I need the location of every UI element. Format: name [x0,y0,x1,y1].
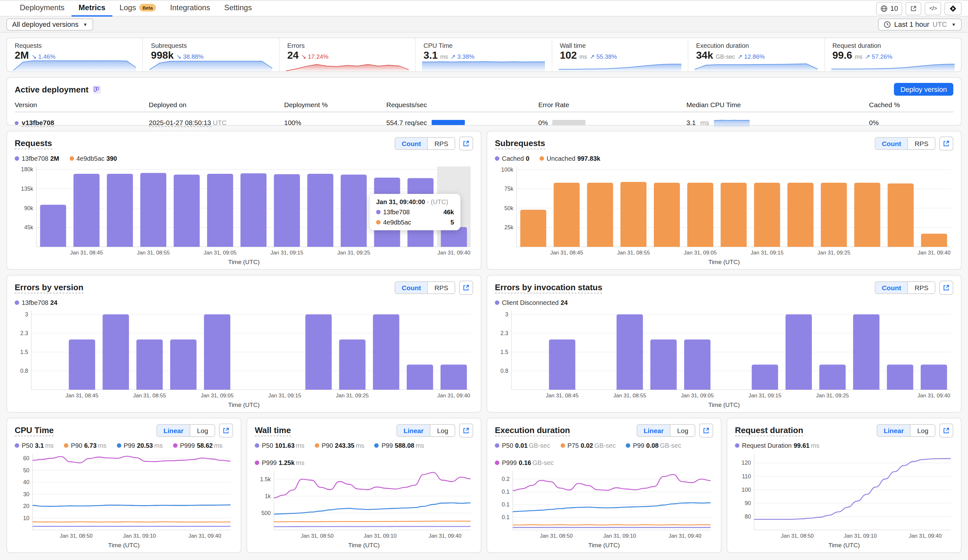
toggle-log[interactable]: Log [910,425,935,436]
toggle-linear[interactable]: Linear [397,425,430,436]
code-button[interactable]: </> [925,2,941,15]
toggle-count[interactable]: Count [875,138,908,149]
svg-text:3: 3 [25,311,28,318]
deployed-on-value[interactable]: 2025-01-27 08:50:13 [149,119,211,127]
version-dot [15,121,18,125]
toggle-linear[interactable]: Linear [877,425,910,436]
count-rps-toggle: CountRPS [394,137,455,150]
expand-chart-button[interactable] [939,281,953,295]
svg-text:Jan 31, 08:50: Jan 31, 08:50 [540,533,573,539]
legend-item: P9991.25kms [255,459,304,466]
expand-chart-button[interactable] [459,137,473,150]
toggle-rps[interactable]: RPS [908,138,935,149]
tab-deployments[interactable]: Deployments [13,0,71,17]
toggle-log[interactable]: Log [190,425,215,436]
deployment-table-header: Version Deployed on Deployment % Request… [15,96,953,112]
cpu-time-chart-card: CPU Time LinearLog P503.1msP906.73msP992… [7,418,241,553]
series-dot [540,156,544,161]
tab-settings[interactable]: Settings [217,0,259,17]
tab-metrics[interactable]: Metrics [71,0,113,17]
svg-text:135k: 135k [21,186,33,192]
open-external-button[interactable] [906,2,922,15]
chart-plot[interactable]: 0.20.10.10.1Jan 31, 08:50Jan 31, 09:10Ja… [495,467,713,540]
expand-chart-button[interactable] [939,137,953,150]
toggle-count[interactable]: Count [395,138,428,149]
deploy-version-button[interactable]: Deploy version [894,83,953,96]
version-link[interactable]: v13fbe708 [22,119,54,127]
expand-chart-button[interactable] [219,423,233,438]
chart-title[interactable]: Subrequests [495,138,545,149]
series-dot [15,301,19,305]
svg-text:100: 100 [742,487,751,493]
deployment-pct-value: 100% [284,119,386,126]
tab-logs[interactable]: LogsBeta [113,0,163,17]
toggle-log[interactable]: Log [430,425,455,436]
stat-sparkline [559,59,681,71]
toggle-count[interactable]: Count [395,282,428,293]
series-dot [116,443,121,448]
versions-dropdown[interactable]: All deployed versions ▼ [7,18,93,30]
svg-text:Jan 31, 09:10: Jan 31, 09:10 [364,533,396,539]
series-dot [255,461,259,465]
expand-chart-button[interactable] [939,423,953,438]
chart-plot[interactable]: Jan 31, 09:40:00 - (UTC) 13fbe70846k 4e9… [15,163,473,256]
chart-plot[interactable]: 1201101009080Jan 31, 08:50Jan 31, 09:10J… [735,450,953,540]
chart-title[interactable]: Execution duration [495,425,570,436]
time-axis-label: Time (UTC) [735,540,953,550]
svg-text:Jan 31, 09:40: Jan 31, 09:40 [918,250,950,256]
toggle-linear[interactable]: Linear [157,425,190,436]
series-dot [315,443,319,448]
expand-chart-button[interactable] [699,423,713,438]
toggle-linear[interactable]: Linear [637,425,670,436]
expand-chart-button[interactable] [459,281,473,295]
toggle-count[interactable]: Count [875,282,908,293]
svg-text:75k: 75k [504,186,514,192]
stat-request-duration: Request duration99.6ms↗ 57.26% [825,38,961,71]
chart-plot[interactable]: 100k75k50k25kJan 31, 08:45Jan 31, 08:55J… [495,163,953,256]
toggle-log[interactable]: Log [670,425,695,436]
workers-app-button[interactable] [944,2,961,15]
toggle-rps[interactable]: RPS [428,138,455,149]
tab-integrations[interactable]: Integrations [163,0,217,17]
stat-sparkline [286,59,409,71]
chart-title[interactable]: CPU Time [15,425,54,436]
count-rps-toggle: CountRPS [875,281,935,294]
svg-text:Jan 31, 09:15: Jan 31, 09:15 [748,393,781,399]
legend-item: P906.73ms [64,442,106,449]
chart-title[interactable]: Wall time [255,425,291,436]
expand-chart-button[interactable] [459,423,473,438]
chart-title[interactable]: Requests [15,138,52,149]
chart-plot[interactable]: 32.31.50.8Jan 31, 08:45Jan 31, 08:55Jan … [495,307,953,399]
col-requests-sec: Requests/sec [386,101,538,108]
chart-title[interactable]: Errors by invocation status [495,282,602,293]
request-duration-chart-card: Request duration LinearLog Request Durat… [727,418,961,553]
series-dot [255,443,259,448]
legend-item: P500.01GB-sec [495,442,550,449]
svg-text:Jan 31, 09:40: Jan 31, 09:40 [188,533,221,539]
svg-text:1k: 1k [265,493,271,499]
nav-tabs: DeploymentsMetricsLogsBetaIntegrationsSe… [7,0,259,17]
chart-plot[interactable]: 1.5k1k500Jan 31, 08:50Jan 31, 09:10Jan 3… [255,467,473,540]
svg-text:1.5: 1.5 [20,349,28,355]
svg-text:50: 50 [23,467,29,474]
chart-plot[interactable]: 32.31.50.8Jan 31, 08:45Jan 31, 08:55Jan … [15,307,473,399]
workers-metrics-page: DeploymentsMetricsLogsBetaIntegrationsSe… [0,0,968,560]
legend-item: P50101.63ms [255,442,304,449]
stat-label: Subrequests [151,42,271,49]
svg-text:50k: 50k [504,205,514,211]
error-rate-value: 0% [538,119,548,126]
globe-count-button[interactable]: 10 [876,2,903,15]
svg-text:1.5k: 1.5k [260,476,271,482]
svg-text:Jan 31, 08:45: Jan 31, 08:45 [545,393,578,399]
time-range-dropdown[interactable]: Last 1 hour UTC ▼ [878,18,961,30]
chart-plot[interactable]: 605040302010Jan 31, 08:50Jan 31, 09:10Ja… [15,450,233,540]
legend-item: Uncached997.83k [540,155,600,162]
rps-value: 554.7 req/sec [386,119,427,126]
chart-title[interactable]: Errors by version [15,282,83,293]
toggle-rps[interactable]: RPS [428,282,455,293]
chart-title[interactable]: Request duration [735,425,803,436]
series-dot [375,443,379,448]
deployment-info-icon[interactable] [92,85,101,93]
toggle-rps[interactable]: RPS [908,282,935,293]
tab-label: Integrations [170,3,210,12]
